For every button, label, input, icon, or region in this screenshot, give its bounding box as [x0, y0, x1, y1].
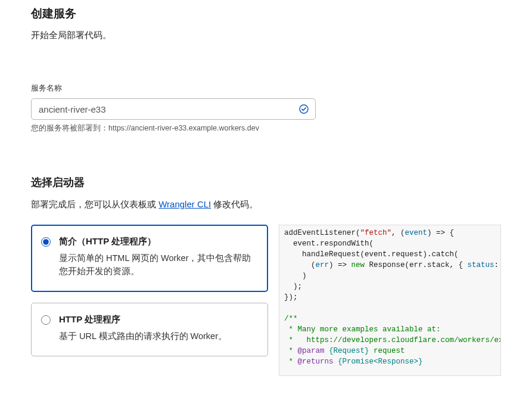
starter-radio-intro[interactable]	[41, 237, 51, 247]
starter-radio-http[interactable]	[41, 315, 51, 325]
starter-layout: 简介（HTTP 处理程序） 显示简单的 HTML 网页的 Worker，其中包含…	[31, 225, 501, 376]
check-circle-icon	[299, 104, 309, 114]
starter-section-desc: 部署完成后，您可以从仪表板或 Wrangler CLI 修改代码。	[31, 199, 501, 210]
hint-url: https://ancient-river-e33.example.worker…	[108, 124, 259, 132]
option-title: 简介（HTTP 处理程序）	[59, 236, 258, 247]
code-preview: addEventListener("fetch", (event) => { e…	[279, 225, 501, 369]
option-body: 简介（HTTP 处理程序） 显示简单的 HTML 网页的 Worker，其中包含…	[59, 236, 258, 278]
code-preview-pane[interactable]: addEventListener("fetch", (event) => { e…	[279, 225, 501, 376]
starter-option-intro[interactable]: 简介（HTTP 处理程序） 显示简单的 HTML 网页的 Worker，其中包含…	[31, 225, 268, 292]
options-column: 简介（HTTP 处理程序） 显示简单的 HTML 网页的 Worker，其中包含…	[31, 225, 268, 367]
option-body: HTTP 处理程序 基于 URL 模式路由的请求执行的 Worker。	[59, 314, 227, 343]
page-subtitle: 开始全局部署代码。	[31, 30, 501, 41]
deploy-hint: 您的服务将被部署到：https://ancient-river-e33.exam…	[31, 123, 501, 133]
service-name-label: 服务名称	[31, 83, 501, 94]
option-desc: 显示简单的 HTML 网页的 Worker，其中包含帮助您开始开发的资源。	[59, 252, 258, 278]
starter-section-title: 选择启动器	[31, 175, 501, 189]
wrangler-cli-link[interactable]: Wrangler CLI	[158, 199, 211, 209]
desc-pre: 部署完成后，您可以从仪表板或	[31, 199, 158, 209]
service-name-input[interactable]	[31, 98, 316, 120]
service-name-input-wrap	[31, 98, 316, 120]
option-title: HTTP 处理程序	[59, 314, 227, 325]
page-title: 创建服务	[31, 6, 501, 21]
starter-option-http[interactable]: HTTP 处理程序 基于 URL 模式路由的请求执行的 Worker。	[31, 303, 268, 357]
desc-post: 修改代码。	[211, 199, 258, 209]
hint-prefix: 您的服务将被部署到：	[31, 124, 108, 132]
option-desc: 基于 URL 模式路由的请求执行的 Worker。	[59, 330, 227, 343]
